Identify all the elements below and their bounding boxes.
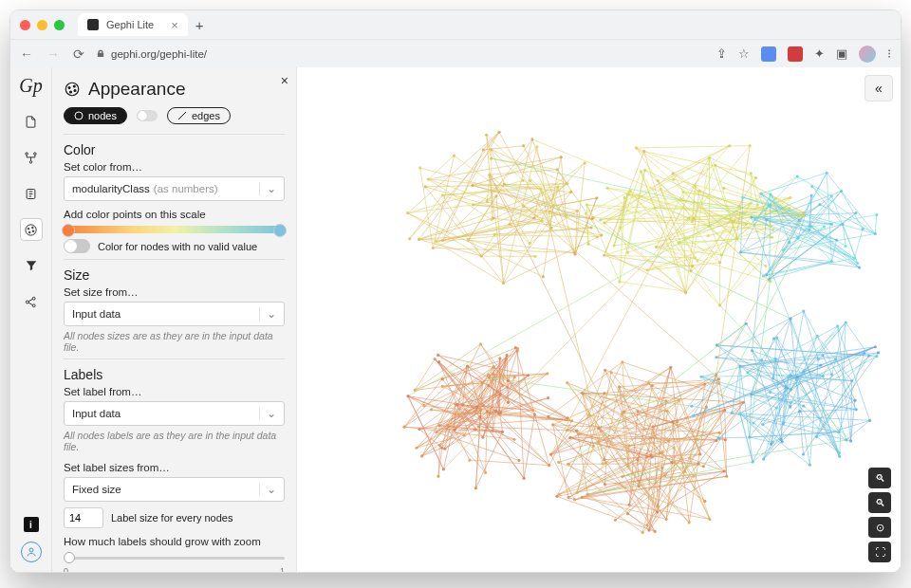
svg-point-859 — [475, 405, 478, 408]
minimize-window-button[interactable] — [37, 20, 47, 30]
layers-icon[interactable] — [20, 182, 43, 205]
maximize-window-button[interactable] — [54, 20, 65, 30]
recenter-button[interactable]: ⊙ — [868, 517, 891, 538]
share-icon[interactable] — [20, 290, 43, 313]
browser-tab[interactable]: Gephi Lite × — [78, 13, 188, 36]
svg-point-881 — [406, 395, 409, 397]
svg-point-1014 — [798, 410, 801, 413]
close-window-button[interactable] — [20, 20, 30, 30]
svg-point-1134 — [718, 261, 721, 264]
profile-avatar[interactable] — [859, 46, 876, 63]
label-from-select[interactable]: Input data ⌄ — [64, 401, 285, 426]
color-scale[interactable] — [64, 226, 285, 233]
filter-icon[interactable] — [20, 254, 43, 277]
tab-nodes[interactable]: nodes — [64, 107, 127, 124]
layout-icon[interactable] — [20, 146, 43, 169]
sidepanel-icon[interactable]: ▣ — [836, 46, 847, 61]
size-helper-text: All nodes sizes are as they are in the i… — [64, 330, 285, 353]
svg-point-1220 — [796, 175, 799, 177]
section-size: Size Set size from… Input data ⌄ All nod… — [64, 267, 285, 353]
address-bar[interactable]: 🔒︎ gephi.org/gephi-lite/ — [96, 48, 207, 60]
extension-icon[interactable] — [761, 46, 776, 62]
svg-point-879 — [402, 426, 405, 429]
svg-point-1237 — [841, 223, 844, 226]
user-icon[interactable] — [21, 542, 42, 562]
new-tab-button[interactable]: + — [195, 17, 204, 33]
svg-point-1241 — [782, 248, 785, 251]
appearance-icon[interactable] — [20, 218, 43, 241]
svg-point-991 — [645, 455, 648, 458]
fullscreen-button[interactable]: ⛶ — [868, 542, 891, 562]
extension-icon[interactable] — [788, 46, 803, 62]
svg-point-877 — [513, 376, 516, 378]
svg-point-1103 — [626, 251, 629, 254]
info-icon[interactable]: i — [24, 517, 39, 532]
svg-point-1077 — [790, 388, 792, 391]
window-controls[interactable] — [20, 20, 65, 30]
svg-point-4 — [26, 224, 36, 234]
svg-point-858 — [437, 354, 439, 357]
svg-point-1025 — [745, 322, 748, 325]
svg-point-1076 — [716, 343, 718, 346]
svg-point-848 — [479, 342, 482, 345]
svg-point-873 — [430, 408, 433, 411]
svg-point-945 — [602, 462, 604, 465]
svg-point-1197 — [424, 185, 427, 188]
label-grow-slider[interactable] — [64, 551, 285, 564]
svg-point-1210 — [493, 233, 496, 236]
svg-point-1063 — [750, 393, 753, 395]
back-icon[interactable]: ← — [20, 46, 33, 62]
labelsize-select-value: Fixed size — [72, 484, 121, 495]
svg-point-1066 — [836, 324, 839, 327]
svg-point-1015 — [751, 349, 753, 352]
svg-point-1145 — [691, 220, 694, 223]
svg-point-1034 — [802, 309, 805, 312]
labelsize-from-select[interactable]: Fixed size ⌄ — [64, 477, 285, 502]
svg-point-994 — [670, 461, 673, 464]
svg-point-1178 — [584, 161, 586, 164]
svg-point-1042 — [782, 422, 785, 425]
svg-point-861 — [443, 448, 446, 450]
file-icon[interactable] — [20, 110, 43, 133]
reload-icon[interactable]: ⟳ — [73, 46, 84, 62]
svg-point-1228 — [853, 257, 856, 260]
panel-title-text: Appearance — [88, 79, 185, 100]
extensions-menu-icon[interactable]: ✦ — [814, 46, 825, 61]
svg-point-1251 — [768, 205, 771, 208]
zoom-in-button[interactable]: 🔍︎ — [868, 468, 891, 488]
svg-line-825 — [623, 440, 846, 477]
svg-point-876 — [501, 431, 504, 433]
forward-icon[interactable]: → — [46, 46, 60, 62]
svg-point-864 — [414, 389, 417, 392]
zoom-out-button[interactable]: 🔍︎ — [868, 492, 891, 513]
fallback-color-toggle[interactable] — [64, 239, 90, 253]
svg-point-1139 — [672, 178, 675, 181]
svg-point-936 — [667, 439, 670, 442]
graph-canvas[interactable]: « 🔍︎ 🔍︎ ⊙ ⛶ — [297, 67, 901, 572]
svg-line-690 — [492, 150, 523, 181]
close-tab-icon[interactable]: × — [171, 19, 178, 31]
tab-edges[interactable]: edges — [167, 107, 231, 124]
svg-point-1162 — [535, 145, 538, 148]
close-panel-icon[interactable]: × — [281, 73, 288, 88]
svg-point-1243 — [750, 215, 753, 218]
svg-point-1062 — [790, 374, 792, 377]
app-logo[interactable]: Gp — [19, 75, 42, 97]
svg-point-981 — [671, 420, 674, 423]
svg-point-1155 — [549, 227, 552, 230]
svg-point-984 — [656, 511, 659, 514]
kebab-menu-icon[interactable]: ⁝ — [887, 46, 891, 61]
share-icon[interactable]: ⇪ — [716, 46, 727, 61]
svg-point-1160 — [548, 211, 551, 213]
svg-point-1212 — [453, 154, 456, 156]
label-size-input[interactable] — [64, 507, 103, 528]
svg-point-892 — [466, 364, 469, 367]
label-select-value: Input data — [72, 408, 121, 419]
color-from-select[interactable]: modularityClass(as numbers) ⌄ — [64, 176, 285, 201]
entity-toggle[interactable] — [137, 110, 158, 121]
svg-point-1148 — [642, 150, 645, 153]
size-from-select[interactable]: Input data ⌄ — [64, 302, 285, 326]
svg-point-983 — [703, 500, 706, 503]
palette-icon — [64, 81, 81, 98]
star-icon[interactable]: ☆ — [738, 46, 750, 61]
